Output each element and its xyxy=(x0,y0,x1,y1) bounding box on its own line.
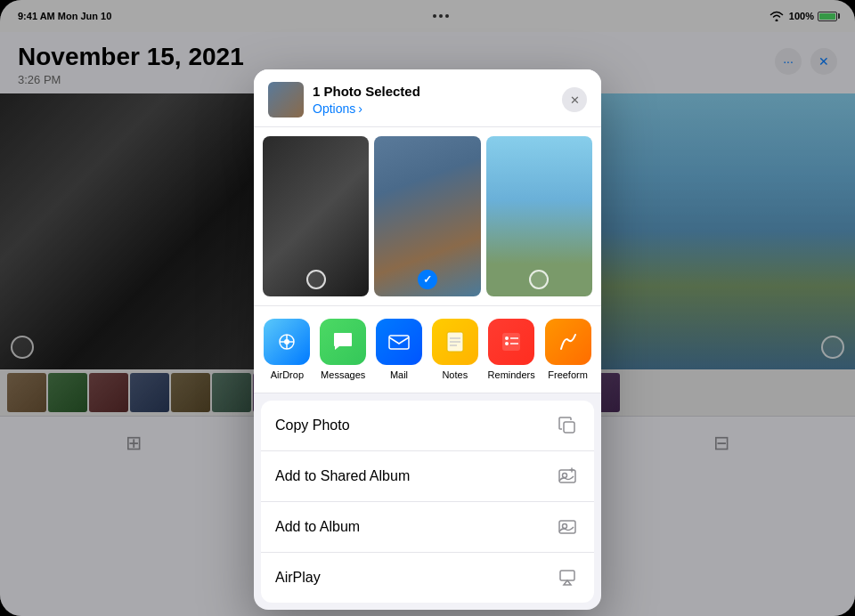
reminders-icon xyxy=(488,319,534,365)
action-airplay[interactable]: AirPlay xyxy=(261,553,594,603)
notes-label: Notes xyxy=(442,369,468,380)
freeform-icon xyxy=(545,319,591,365)
share-photo-2[interactable] xyxy=(374,136,480,296)
copy-photo-icon xyxy=(555,413,580,438)
add-album-icon xyxy=(555,515,580,539)
add-shared-album-icon xyxy=(555,464,580,489)
svg-point-9 xyxy=(505,342,509,345)
share-sel-2 xyxy=(418,270,437,289)
app-freeform[interactable]: Freeform xyxy=(545,319,591,380)
svg-rect-19 xyxy=(560,571,574,580)
messages-label: Messages xyxy=(321,369,365,380)
app-airdrop[interactable]: AirDrop xyxy=(264,319,310,380)
add-album-label: Add to Album xyxy=(275,519,360,535)
share-photo-3[interactable] xyxy=(486,136,592,296)
airdrop-label: AirDrop xyxy=(271,369,304,380)
share-title: 1 Photo Selected xyxy=(313,84,420,99)
share-sheet: 1 Photo Selected Options › ✕ xyxy=(254,69,601,610)
share-sel-3 xyxy=(529,270,549,289)
reminders-label: Reminders xyxy=(488,369,535,380)
app-icons-row: AirDrop Messages Mail xyxy=(254,306,601,393)
share-options-label: Options xyxy=(313,101,355,116)
share-options-chevron: › xyxy=(358,101,362,116)
notes-icon xyxy=(432,319,478,365)
svg-point-18 xyxy=(563,524,567,529)
action-copy-photo[interactable]: Copy Photo xyxy=(261,401,594,451)
share-header-left: 1 Photo Selected Options › xyxy=(268,82,420,118)
svg-rect-12 xyxy=(564,422,574,433)
share-thumbnail xyxy=(268,82,304,118)
svg-point-1 xyxy=(284,339,289,344)
svg-point-14 xyxy=(563,474,567,478)
share-sheet-header: 1 Photo Selected Options › ✕ xyxy=(254,69,601,127)
share-close-button[interactable]: ✕ xyxy=(562,87,587,112)
share-header-text: 1 Photo Selected Options › xyxy=(313,84,420,116)
share-sel-1 xyxy=(306,270,326,289)
messages-icon xyxy=(320,319,366,365)
app-reminders[interactable]: Reminders xyxy=(488,319,535,380)
share-photos-strip xyxy=(254,127,601,306)
svg-rect-7 xyxy=(502,333,520,351)
airplay-label: AirPlay xyxy=(275,570,321,586)
svg-point-8 xyxy=(505,336,509,340)
share-photo-1[interactable] xyxy=(263,136,369,296)
airplay-icon xyxy=(555,565,580,590)
ipad-frame: 9:41 AM Mon Jun 10 100% xyxy=(0,0,855,616)
mail-label: Mail xyxy=(390,369,408,380)
freeform-label: Freeform xyxy=(548,369,588,380)
mail-icon xyxy=(376,319,422,365)
app-notes[interactable]: Notes xyxy=(432,319,478,380)
action-list: Copy Photo Add to Shared Album xyxy=(261,401,594,603)
add-shared-album-label: Add to Shared Album xyxy=(275,468,410,484)
copy-photo-label: Copy Photo xyxy=(275,417,350,434)
airdrop-icon xyxy=(264,319,310,365)
app-mail[interactable]: Mail xyxy=(376,319,422,380)
action-add-shared-album[interactable]: Add to Shared Album xyxy=(261,451,594,502)
svg-rect-2 xyxy=(389,336,409,349)
share-options-button[interactable]: Options › xyxy=(313,101,420,116)
app-messages[interactable]: Messages xyxy=(320,319,366,380)
action-add-album[interactable]: Add to Album xyxy=(261,502,594,553)
